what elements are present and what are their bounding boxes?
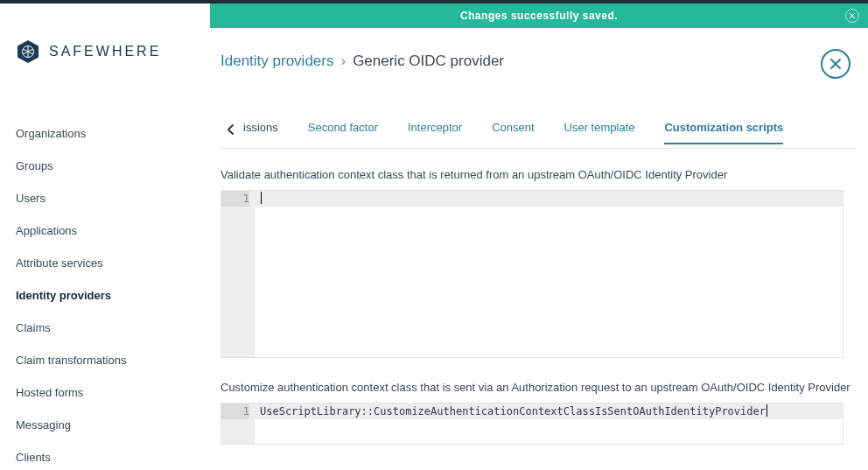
tab-consent[interactable]: Consent	[492, 121, 534, 144]
editor-gutter: 1	[221, 191, 255, 357]
sidebar-item-identity-providers[interactable]: Identity providers	[16, 289, 173, 302]
tab-user-template[interactable]: User template	[564, 121, 635, 144]
text-cursor	[766, 404, 767, 417]
tab-second-factor[interactable]: Second factor	[308, 121, 378, 144]
breadcrumb: Identity providers › Generic OIDC provid…	[220, 39, 856, 70]
close-button[interactable]	[821, 49, 850, 79]
breadcrumb-separator: ›	[340, 53, 346, 70]
breadcrumb-parent[interactable]: Identity providers	[220, 53, 333, 70]
sidebar-nav: Organizations Groups Users Applications …	[16, 127, 173, 470]
code-line[interactable]	[255, 191, 843, 207]
sidebar-item-messaging[interactable]: Messaging	[16, 418, 173, 431]
sidebar-item-claim-transformations[interactable]: Claim transformations	[16, 354, 173, 367]
tabs-scroll-left[interactable]	[220, 119, 242, 140]
brand-name: SAFEWHERE	[49, 44, 161, 60]
line-number: 1	[221, 191, 249, 207]
sidebar-item-clients[interactable]: Clients	[16, 451, 173, 464]
text-cursor	[261, 192, 262, 204]
notification-close-icon[interactable]	[845, 9, 859, 23]
line-number: 1	[221, 403, 249, 419]
tab-interceptor[interactable]: Interceptor	[408, 121, 462, 144]
sidebar-item-hosted-forms[interactable]: Hosted forms	[16, 386, 173, 399]
brand-logo[interactable]: SAFEWHERE	[16, 39, 161, 64]
main-panel: Identity providers › Generic OIDC provid…	[220, 39, 856, 470]
section2-label: Customize authentication context class t…	[220, 381, 856, 394]
sidebar-item-applications[interactable]: Applications	[16, 224, 173, 237]
tabs-container: issions Second factor Interceptor Consen…	[220, 121, 856, 149]
sidebar-item-groups[interactable]: Groups	[16, 159, 173, 172]
sidebar-item-organizations[interactable]: Organizations	[16, 127, 173, 140]
notification-text: Changes successfully saved.	[460, 10, 618, 22]
code-editor-customize[interactable]: 1 UseScriptLibrary::CustomizeAuthenticat…	[220, 403, 844, 445]
code-editor-validate[interactable]: 1	[220, 190, 844, 358]
tab-customization-scripts[interactable]: Customization scripts	[664, 121, 783, 144]
sidebar-item-attribute-services[interactable]: Attribute services	[16, 256, 173, 270]
editor-content[interactable]	[255, 191, 843, 357]
code-line[interactable]: UseScriptLibrary::CustomizeAuthenticatio…	[255, 403, 843, 419]
logo-icon	[16, 39, 40, 64]
editor-content[interactable]: UseScriptLibrary::CustomizeAuthenticatio…	[255, 403, 843, 444]
tabs-list: issions Second factor Interceptor Consen…	[243, 121, 783, 144]
sidebar-item-claims[interactable]: Claims	[16, 321, 173, 334]
sidebar-item-users[interactable]: Users	[16, 192, 173, 205]
editor-gutter: 1	[221, 403, 255, 444]
breadcrumb-current: Generic OIDC provider	[353, 53, 504, 70]
section1-label: Validate authentication context class th…	[220, 168, 856, 181]
tab-permissions-partial[interactable]: issions	[243, 121, 278, 144]
notification-banner: Changes successfully saved.	[210, 4, 868, 28]
